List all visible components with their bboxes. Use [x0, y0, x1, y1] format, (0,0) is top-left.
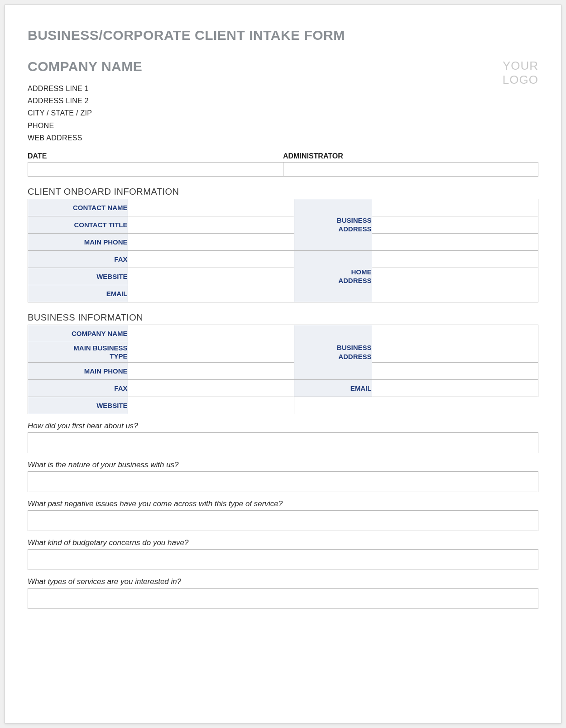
- header-row: COMPANY NAME ADDRESS LINE 1 ADDRESS LINE…: [28, 59, 538, 144]
- bi-fax-input[interactable]: [128, 380, 294, 396]
- question-4-label: What kind of budgetary concerns do you h…: [28, 538, 538, 547]
- client-onboard-table: CONTACT NAME BUSINESS ADDRESS CONTACT TI…: [28, 199, 538, 302]
- bi-main-phone-label: MAIN PHONE: [28, 362, 128, 379]
- bi-main-business-type-label: MAIN BUSINESS TYPE: [28, 342, 128, 362]
- contact-name-input[interactable]: [128, 199, 294, 216]
- address-line-2: ADDRESS LINE 2: [28, 95, 142, 107]
- question-3-label: What past negative issues have you come …: [28, 499, 538, 508]
- bi-website-input[interactable]: [128, 397, 294, 413]
- question-block-5: What types of services are you intereste…: [28, 577, 538, 609]
- business-address-2-input[interactable]: [372, 216, 538, 233]
- date-admin-block: DATE ADMINISTRATOR: [28, 152, 538, 177]
- address-line-1: ADDRESS LINE 1: [28, 82, 142, 95]
- bi-email-input[interactable]: [372, 380, 538, 396]
- business-address-1-input[interactable]: [372, 199, 538, 216]
- company-phone: PHONE: [28, 120, 142, 132]
- email-label: EMAIL: [28, 285, 128, 302]
- logo-line-2: LOGO: [503, 73, 538, 87]
- website-input[interactable]: [128, 268, 294, 284]
- bi-main-phone-input[interactable]: [128, 363, 294, 379]
- contact-title-label: CONTACT TITLE: [28, 216, 128, 233]
- bi-company-name-label: COMPANY NAME: [28, 325, 128, 342]
- bi-business-address-label: BUSINESS ADDRESS: [294, 325, 372, 379]
- home-address-2-input[interactable]: [372, 268, 538, 284]
- home-address-1-input[interactable]: [372, 251, 538, 267]
- date-label: DATE: [28, 152, 283, 162]
- administrator-label: ADMINISTRATOR: [283, 152, 538, 162]
- question-2-label: What is the nature of your business with…: [28, 460, 538, 469]
- question-block-3: What past negative issues have you come …: [28, 499, 538, 531]
- email-input[interactable]: [128, 285, 294, 302]
- section-title-business-info: BUSINESS INFORMATION: [28, 312, 538, 323]
- company-web: WEB ADDRESS: [28, 132, 142, 144]
- bi-fax-label: FAX: [28, 379, 128, 397]
- contact-title-input[interactable]: [128, 216, 294, 233]
- bi-business-address-2-input[interactable]: [372, 344, 538, 360]
- question-1-label: How did you first hear about us?: [28, 421, 538, 431]
- question-1-input[interactable]: [28, 433, 538, 453]
- company-block: COMPANY NAME ADDRESS LINE 1 ADDRESS LINE…: [28, 59, 142, 144]
- section-title-client-onboard: CLIENT ONBOARD INFORMATION: [28, 187, 538, 197]
- logo-placeholder: YOUR LOGO: [503, 59, 538, 87]
- question-3-input[interactable]: [28, 511, 538, 531]
- fax-label: FAX: [28, 250, 128, 268]
- question-5-input[interactable]: [28, 589, 538, 608]
- bi-main-business-type-input[interactable]: [128, 344, 294, 360]
- logo-line-1: YOUR: [503, 59, 538, 73]
- fax-input[interactable]: [128, 251, 294, 267]
- business-address-3-input[interactable]: [372, 234, 538, 250]
- bi-website-label: WEBSITE: [28, 397, 128, 414]
- bi-company-name-input[interactable]: [128, 325, 294, 341]
- city-state-zip: CITY / STATE / ZIP: [28, 107, 142, 119]
- main-phone-input[interactable]: [128, 234, 294, 250]
- blank-cell: [294, 397, 538, 414]
- website-label: WEBSITE: [28, 268, 128, 285]
- question-5-label: What types of services are you intereste…: [28, 577, 538, 586]
- question-block-2: What is the nature of your business with…: [28, 460, 538, 492]
- question-4-input[interactable]: [28, 550, 538, 570]
- form-title: BUSINESS/CORPORATE CLIENT INTAKE FORM: [28, 28, 538, 43]
- page: BUSINESS/CORPORATE CLIENT INTAKE FORM CO…: [5, 5, 561, 723]
- company-name-label: COMPANY NAME: [28, 59, 142, 74]
- home-address-3-input[interactable]: [372, 285, 538, 302]
- bi-business-address-1-input[interactable]: [372, 325, 538, 341]
- bi-business-address-3-input[interactable]: [372, 363, 538, 379]
- main-phone-label: MAIN PHONE: [28, 233, 128, 250]
- business-address-label: BUSINESS ADDRESS: [294, 199, 372, 250]
- administrator-input[interactable]: [283, 163, 538, 176]
- bi-email-label: EMAIL: [294, 379, 372, 397]
- question-block-1: How did you first hear about us?: [28, 421, 538, 453]
- question-2-input[interactable]: [28, 472, 538, 492]
- business-info-table: COMPANY NAME BUSINESS ADDRESS MAIN BUSIN…: [28, 325, 538, 414]
- contact-name-label: CONTACT NAME: [28, 199, 128, 216]
- question-block-4: What kind of budgetary concerns do you h…: [28, 538, 538, 570]
- home-address-label: HOME ADDRESS: [294, 250, 372, 302]
- date-input[interactable]: [28, 163, 283, 176]
